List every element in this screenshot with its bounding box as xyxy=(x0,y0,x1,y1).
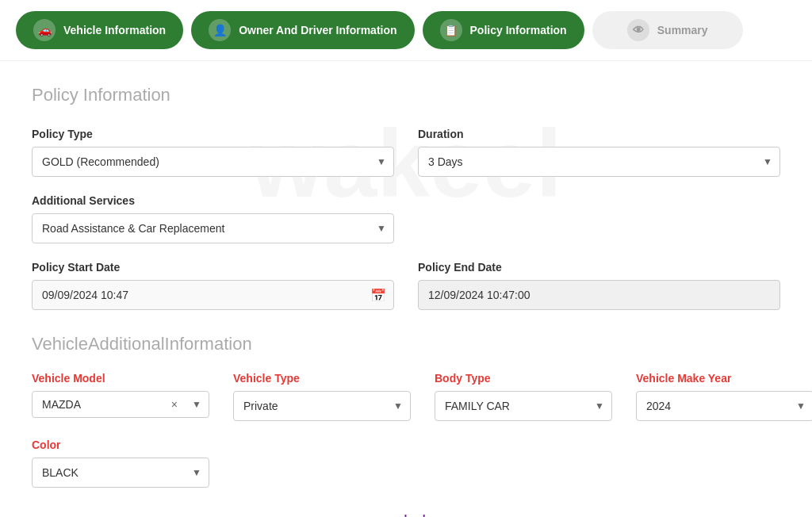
main-content: wakeel Policy Information Policy Type GO… xyxy=(0,61,812,517)
row-vehicle-details: Vehicle Model MAZDA × ▼ Vehicle Type Pri… xyxy=(32,372,780,421)
vehicle-type-label: Vehicle Type xyxy=(233,372,411,385)
vehicle-icon: 🚗 xyxy=(33,19,56,41)
policy-type-select-wrapper[interactable]: GOLD (Recommended)SILVERBRONZE ▼ xyxy=(32,147,394,177)
vehicle-make-year-group: Vehicle Make Year 2024202320222021 ▼ xyxy=(636,372,812,421)
duration-select-wrapper[interactable]: 3 Days7 Days14 Days30 Days ▼ xyxy=(418,147,780,177)
start-date-input[interactable] xyxy=(32,280,394,310)
calendar-icon[interactable]: 📅 xyxy=(370,288,386,303)
footer: www.wakeel.com xyxy=(32,505,780,517)
color-group: Color BLACKWHITEREDBLUESILVER ▼ xyxy=(32,438,209,488)
policy-icon: 📋 xyxy=(440,19,462,41)
row-additional-services: Additional Services Road Assistance & Ca… xyxy=(32,194,780,243)
row-dates: Policy Start Date 📅 Policy End Date xyxy=(32,261,780,310)
vehicle-model-clear-icon[interactable]: × xyxy=(171,398,178,411)
step-vehicle-information[interactable]: 🚗 Vehicle Information xyxy=(16,11,183,49)
step-policy-information[interactable]: 📋 Policy Information xyxy=(423,11,584,49)
section2-title: VehicleAdditionalInformation xyxy=(32,334,780,354)
start-date-label: Policy Start Date xyxy=(32,261,394,274)
color-select-wrapper[interactable]: BLACKWHITEREDBLUESILVER ▼ xyxy=(32,458,209,488)
steps-bar: 🚗 Vehicle Information 👤 Owner And Driver… xyxy=(0,0,812,61)
policy-type-select[interactable]: GOLD (Recommended)SILVERBRONZE xyxy=(32,147,394,177)
color-label: Color xyxy=(32,438,209,451)
end-date-wrapper xyxy=(418,280,780,310)
section1-title: Policy Information xyxy=(32,85,780,105)
duration-label: Duration xyxy=(418,128,780,140)
step-policy-label: Policy Information xyxy=(470,24,567,36)
policy-type-group: Policy Type GOLD (Recommended)SILVERBRON… xyxy=(32,128,394,177)
row-color: Color BLACKWHITEREDBLUESILVER ▼ xyxy=(32,438,780,488)
step-owner-driver[interactable]: 👤 Owner And Driver Information xyxy=(191,11,414,49)
additional-services-select-wrapper[interactable]: Road Assistance & Car Replacement ▼ xyxy=(32,213,394,243)
owner-icon: 👤 xyxy=(209,19,231,41)
step-summary-label: Summary xyxy=(657,24,708,36)
start-date-wrapper[interactable]: 📅 xyxy=(32,280,394,310)
vehicle-type-select-wrapper[interactable]: PrivateCommercial ▼ xyxy=(233,391,411,421)
additional-services-label: Additional Services xyxy=(32,194,394,207)
vehicle-model-label: Vehicle Model xyxy=(32,372,209,385)
vehicle-model-value: MAZDA xyxy=(42,398,167,411)
vehicle-model-select-wrapper[interactable]: MAZDA × ▼ xyxy=(32,391,209,418)
step-owner-label: Owner And Driver Information xyxy=(239,24,396,36)
color-select[interactable]: BLACKWHITEREDBLUESILVER xyxy=(32,458,209,488)
footer-url: www.wakeel.com xyxy=(361,513,452,517)
step-vehicle-label: Vehicle Information xyxy=(63,24,166,36)
summary-icon: 👁 xyxy=(627,19,649,41)
start-date-group: Policy Start Date 📅 xyxy=(32,261,394,310)
body-type-label: Body Type xyxy=(435,372,612,385)
end-date-label: Policy End Date xyxy=(418,261,780,274)
additional-services-group: Additional Services Road Assistance & Ca… xyxy=(32,194,394,243)
vehicle-model-group: Vehicle Model MAZDA × ▼ xyxy=(32,372,209,421)
step-summary[interactable]: 👁 Summary xyxy=(592,11,743,49)
vehicle-type-group: Vehicle Type PrivateCommercial ▼ xyxy=(233,372,411,421)
end-date-group: Policy End Date xyxy=(418,261,780,310)
body-type-group: Body Type FAMILY CARSEDANSUV ▼ xyxy=(435,372,612,421)
vehicle-model-tag[interactable]: MAZDA × xyxy=(32,391,209,418)
vehicle-make-year-select[interactable]: 2024202320222021 xyxy=(636,391,812,421)
additional-services-select[interactable]: Road Assistance & Car Replacement xyxy=(32,213,394,243)
row-policy-duration: Policy Type GOLD (Recommended)SILVERBRON… xyxy=(32,128,780,177)
end-date-input xyxy=(418,280,780,310)
policy-type-label: Policy Type xyxy=(32,128,394,140)
vehicle-type-select[interactable]: PrivateCommercial xyxy=(233,391,411,421)
vehicle-make-year-label: Vehicle Make Year xyxy=(636,372,812,385)
body-type-select-wrapper[interactable]: FAMILY CARSEDANSUV ▼ xyxy=(435,391,612,421)
body-type-select[interactable]: FAMILY CARSEDANSUV xyxy=(435,391,612,421)
vehicle-make-year-select-wrapper[interactable]: 2024202320222021 ▼ xyxy=(636,391,812,421)
duration-group: Duration 3 Days7 Days14 Days30 Days ▼ xyxy=(418,128,780,177)
duration-select[interactable]: 3 Days7 Days14 Days30 Days xyxy=(418,147,780,177)
